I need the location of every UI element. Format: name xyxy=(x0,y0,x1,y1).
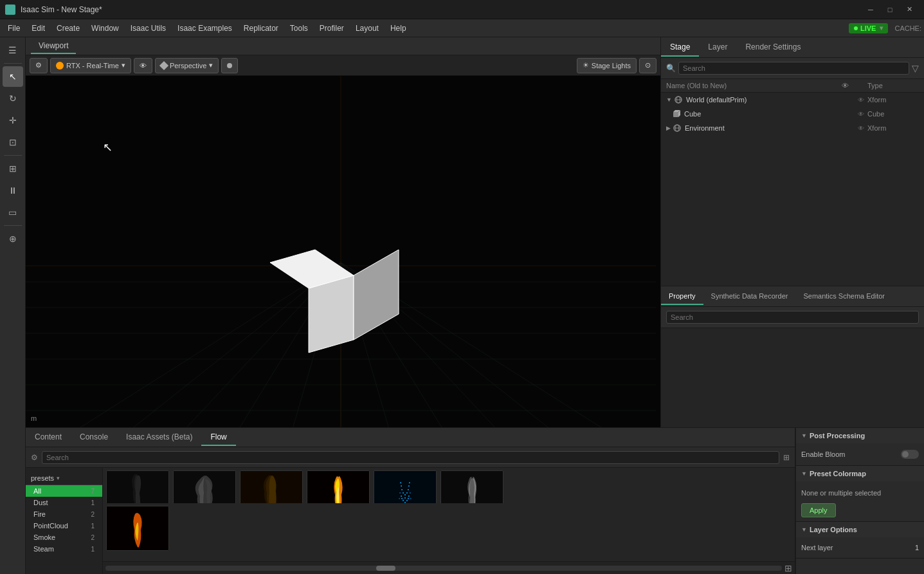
tool-move[interactable]: ✛ xyxy=(3,110,23,131)
asset-pointcloud[interactable]: PointCloud xyxy=(373,470,437,503)
grid-view-icon[interactable]: ⊞ xyxy=(784,563,792,573)
preset-count-pointcloud: 1 xyxy=(91,523,95,530)
tool-menu[interactable]: ☰ xyxy=(3,40,23,60)
close-button[interactable]: ✕ xyxy=(900,0,919,19)
preset-dropdown[interactable]: presets ▾ xyxy=(26,472,102,485)
stage-row-environment[interactable]: ▶ Environment 👁 Xform xyxy=(661,121,924,135)
preset-item-fire[interactable]: Fire 2 xyxy=(26,508,102,520)
menu-file[interactable]: File xyxy=(3,21,25,35)
menu-isaac-examples[interactable]: Isaac Examples xyxy=(172,21,237,35)
asset-dust[interactable]: Dust xyxy=(239,470,303,503)
pp-bloom-label: Enable Bloom xyxy=(801,450,846,458)
menu-window[interactable]: Window xyxy=(86,21,124,35)
world-type: Xform xyxy=(867,96,919,104)
menu-edit[interactable]: Edit xyxy=(26,21,50,35)
asset-densesmoke[interactable]: DenseSmoke xyxy=(172,470,237,503)
stage-search-icon: 🔍 xyxy=(666,64,676,73)
tool-square[interactable]: ▭ xyxy=(3,202,23,223)
scroll-track[interactable] xyxy=(105,566,782,571)
menu-replicator[interactable]: Replicator xyxy=(239,21,284,35)
render-mode-btn[interactable]: 👁 xyxy=(134,58,152,73)
pp-layer-options-header[interactable]: ▼ Layer Options xyxy=(796,522,924,537)
stage-search-input[interactable] xyxy=(678,62,909,75)
stage-row-world[interactable]: ▼ World (defaultPrim) 👁 Xform xyxy=(661,93,924,107)
minimize-button[interactable]: ─ xyxy=(861,0,880,19)
tab-stage[interactable]: Stage xyxy=(661,39,699,57)
perspective-arrow: ▾ xyxy=(209,61,213,69)
rtx-mode-btn[interactable]: RTX - Real-Time ▾ xyxy=(50,58,131,73)
tab-property[interactable]: Property xyxy=(661,288,703,305)
preset-item-smoke[interactable]: Smoke 2 xyxy=(26,532,102,543)
menu-create[interactable]: Create xyxy=(51,21,85,35)
asset-darksmoke[interactable]: DarkSmoke xyxy=(105,470,170,503)
tool-select[interactable]: ↖ xyxy=(3,66,23,87)
perspective-btn[interactable]: Perspective ▾ xyxy=(155,58,219,73)
preset-label-dust: Dust xyxy=(33,499,48,506)
stage-filter-button[interactable]: ▽ xyxy=(912,63,919,73)
tab-console[interactable]: Console xyxy=(71,429,117,446)
menu-isaac-utils[interactable]: Isaac Utils xyxy=(125,21,171,35)
audio-btn[interactable] xyxy=(221,58,238,73)
tool-scale[interactable]: ⊡ xyxy=(3,132,23,153)
apply-button[interactable]: Apply xyxy=(801,503,836,517)
viewport-canvas[interactable]: ↖ m xyxy=(26,76,660,427)
world-vis-btn[interactable]: 👁 xyxy=(856,95,866,105)
tab-content[interactable]: Content xyxy=(26,429,71,446)
svg-point-49 xyxy=(404,494,406,495)
menu-profiler[interactable]: Profiler xyxy=(314,21,349,35)
bloom-toggle[interactable] xyxy=(901,450,919,459)
pp-layer-options-label: Layer Options xyxy=(810,526,857,533)
tab-flow[interactable]: Flow xyxy=(201,429,235,446)
viewport-tab[interactable]: Viewport xyxy=(31,39,76,54)
asset-item-row2-1[interactable] xyxy=(105,506,170,559)
cube-vis-btn[interactable]: 👁 xyxy=(856,109,866,119)
tab-render-settings[interactable]: Render Settings xyxy=(736,39,810,57)
menu-layout[interactable]: Layout xyxy=(350,21,384,35)
pp-post-processing-header[interactable]: ▼ Post Processing xyxy=(796,428,924,443)
stage-row-cube[interactable]: Cube 👁 Cube xyxy=(661,107,924,121)
svg-point-43 xyxy=(403,500,404,501)
viewport-settings-btn[interactable]: ⚙ xyxy=(30,58,48,73)
cube-type: Cube xyxy=(867,110,919,118)
menu-help[interactable]: Help xyxy=(385,21,412,35)
flow-scrollbar: ⊞ xyxy=(103,561,795,574)
content-search-input[interactable] xyxy=(42,451,779,464)
tab-isaac-assets[interactable]: Isaac Assets (Beta) xyxy=(117,429,201,446)
tool-extra[interactable]: ⊕ xyxy=(3,228,23,249)
pp-preset-colormap-section: ▼ Preset Colormap None or multiple selec… xyxy=(796,466,924,522)
svg-point-53 xyxy=(401,489,403,490)
asset-fire[interactable]: Fire xyxy=(306,470,370,503)
tab-semantics-schema-editor[interactable]: Semantics Schema Editor xyxy=(795,288,892,305)
content-settings-icon[interactable]: ⚙ xyxy=(31,453,38,462)
content-grid-icon[interactable]: ⊞ xyxy=(783,453,790,462)
environment-label: Environment xyxy=(685,124,856,132)
environment-vis-btn[interactable]: 👁 xyxy=(856,123,866,133)
pp-colormap-header[interactable]: ▼ Preset Colormap xyxy=(796,466,924,481)
cube-label: Cube xyxy=(684,110,856,118)
preset-label-all: All xyxy=(33,487,41,495)
asset-thumb-pointcloud xyxy=(374,470,437,503)
menu-tools[interactable]: Tools xyxy=(285,21,313,35)
asset-grid-row2 xyxy=(103,503,795,561)
preset-item-pointcloud[interactable]: PointCloud 1 xyxy=(26,520,102,532)
preset-item-dust[interactable]: Dust 1 xyxy=(26,497,102,508)
rtx-label: RTX - Real-Time xyxy=(66,62,119,69)
preset-item-all[interactable]: All 7 xyxy=(26,485,102,497)
expand-environment[interactable]: ▶ xyxy=(666,125,671,131)
preset-dropdown-arrow: ▾ xyxy=(57,475,60,481)
tool-rotate[interactable]: ↻ xyxy=(3,88,23,109)
property-search-bar xyxy=(661,307,924,328)
viewport-extra-btn[interactable]: ⊙ xyxy=(639,58,657,73)
tab-synthetic-data-recorder[interactable]: Synthetic Data Recorder xyxy=(703,288,796,305)
asset-steam[interactable]: Steam xyxy=(440,470,504,503)
property-search-input[interactable] xyxy=(666,311,919,324)
tool-snap[interactable]: ⊞ xyxy=(3,158,23,179)
svg-point-50 xyxy=(408,495,410,497)
tool-pause[interactable]: ⏸ xyxy=(3,180,23,201)
tab-layer[interactable]: Layer xyxy=(699,39,736,57)
scroll-thumb[interactable] xyxy=(376,566,395,571)
expand-world[interactable]: ▼ xyxy=(666,97,672,103)
maximize-button[interactable]: □ xyxy=(880,0,900,19)
preset-item-steam[interactable]: Steam 1 xyxy=(26,543,102,555)
stage-lights-btn[interactable]: ☀ Stage Lights xyxy=(577,58,637,73)
